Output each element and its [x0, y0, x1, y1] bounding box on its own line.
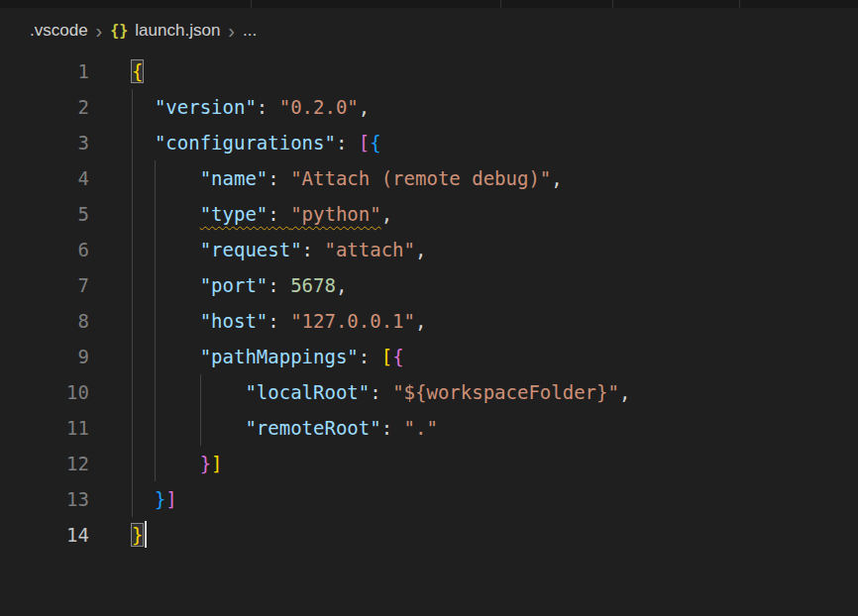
line-number[interactable]: 12: [0, 446, 89, 481]
code-line[interactable]: 13 }]: [0, 481, 858, 517]
indent-guide: [132, 481, 133, 517]
code-content[interactable]: }]: [132, 446, 223, 481]
indent-guide: [132, 160, 133, 196]
code-content[interactable]: "host": "127.0.0.1",: [132, 303, 426, 339]
token: ,: [415, 310, 426, 332]
code-content[interactable]: "name": "Attach (remote debug)",: [132, 160, 563, 196]
indent-guide: [155, 303, 156, 339]
line-number[interactable]: 4: [0, 160, 89, 196]
tab-separator: [612, 0, 613, 8]
token: ,: [336, 274, 347, 296]
token: "0.2.0": [279, 96, 359, 118]
token: }: [155, 488, 165, 510]
line-number[interactable]: 6: [0, 232, 89, 267]
code-line[interactable]: 3 "configurations": [{: [0, 125, 858, 160]
token: :: [359, 346, 381, 367]
line-number[interactable]: 5: [0, 196, 89, 232]
chevron-right-icon: ›: [228, 21, 235, 41]
token: ,: [359, 96, 370, 118]
token: [132, 96, 155, 118]
code-content[interactable]: "localRoot": "${workspaceFolder}",: [132, 374, 630, 410]
token: :: [336, 132, 359, 154]
token: "port": [200, 274, 268, 296]
token: "name": [200, 167, 268, 189]
line-number[interactable]: 10: [0, 374, 89, 410]
indent-guide: [155, 410, 156, 446]
code-line[interactable]: 8 "host": "127.0.0.1",: [0, 303, 858, 339]
line-number[interactable]: 7: [0, 267, 89, 303]
token: "Attach (remote debug)": [290, 167, 551, 189]
code-content[interactable]: }: [132, 517, 147, 553]
token: :: [268, 274, 290, 296]
code-content[interactable]: "version": "0.2.0",: [132, 89, 370, 125]
json-file-icon: {}: [110, 22, 128, 40]
line-number[interactable]: 13: [0, 481, 89, 517]
token: :: [370, 381, 392, 403]
code-content[interactable]: "remoteRoot": ".": [132, 410, 438, 446]
token: ,: [551, 167, 562, 189]
code-content[interactable]: "request": "attach",: [132, 232, 426, 267]
indent-guide: [132, 446, 133, 481]
code-content[interactable]: "pathMappings": [{: [132, 339, 404, 374]
token: "host": [200, 310, 268, 332]
token: [132, 310, 200, 332]
line-number[interactable]: 2: [0, 89, 89, 125]
token: "${workspaceFolder}": [392, 381, 619, 403]
token: "127.0.0.1": [290, 310, 415, 332]
text-cursor: [145, 521, 147, 548]
line-number[interactable]: 14: [0, 517, 89, 553]
code-content[interactable]: "configurations": [{: [132, 125, 381, 160]
token: "localRoot": [245, 381, 370, 403]
token: {: [370, 132, 380, 154]
code-line[interactable]: 4 "name": "Attach (remote debug)",: [0, 160, 858, 196]
line-number[interactable]: 8: [0, 303, 89, 339]
indent-guide: [155, 160, 156, 196]
token: [: [359, 132, 370, 154]
token: [132, 167, 200, 189]
indent-guide: [132, 339, 133, 374]
line-number[interactable]: 1: [0, 53, 89, 89]
line-number[interactable]: 3: [0, 125, 89, 160]
token: }: [200, 453, 211, 474]
line-number[interactable]: 11: [0, 410, 89, 446]
code-content[interactable]: {: [132, 53, 143, 89]
token: [132, 239, 200, 260]
token: [132, 132, 155, 154]
code-line[interactable]: 10 "localRoot": "${workspaceFolder}",: [0, 374, 858, 410]
code-content[interactable]: "port": 5678,: [132, 267, 347, 303]
code-line[interactable]: 11 "remoteRoot": ".": [0, 410, 858, 446]
code-line[interactable]: 12 }]: [0, 446, 858, 481]
token: 5678: [290, 274, 336, 296]
token: "type": [200, 203, 268, 225]
code-line[interactable]: 14}: [0, 517, 858, 553]
token: "version": [155, 96, 257, 118]
token: "remoteRoot": [245, 417, 380, 439]
code-line[interactable]: 2 "version": "0.2.0",: [0, 89, 858, 125]
tab-separator: [251, 0, 252, 8]
breadcrumb-folder[interactable]: .vscode: [30, 21, 88, 41]
code-line[interactable]: 1{: [0, 53, 858, 89]
code-line[interactable]: 9 "pathMappings": [{: [0, 339, 858, 374]
breadcrumb-symbol-more[interactable]: ...: [243, 21, 257, 41]
token: [132, 453, 200, 474]
token: :: [268, 310, 290, 332]
code-content[interactable]: "type": "python",: [132, 196, 392, 232]
tab-bar-edge: [0, 0, 858, 8]
matched-bracket: }: [132, 524, 143, 546]
token: [132, 488, 155, 510]
token: [: [381, 346, 392, 367]
code-line[interactable]: 6 "request": "attach",: [0, 232, 858, 267]
line-number[interactable]: 9: [0, 339, 89, 374]
token: :: [257, 96, 279, 118]
token: {: [392, 346, 403, 367]
token: [132, 346, 200, 367]
code-line[interactable]: 5 "type": "python",: [0, 196, 858, 232]
token: "request": [200, 239, 302, 260]
breadcrumb: .vscode › {} launch.json › ...: [0, 8, 858, 53]
editor[interactable]: 1{2 "version": "0.2.0",3 "configurations…: [0, 53, 858, 553]
code-line[interactable]: 7 "port": 5678,: [0, 267, 858, 303]
breadcrumb-file[interactable]: launch.json: [135, 21, 220, 41]
indent-guide: [132, 89, 133, 125]
code-content[interactable]: }]: [132, 481, 177, 517]
token: ,: [381, 203, 392, 225]
